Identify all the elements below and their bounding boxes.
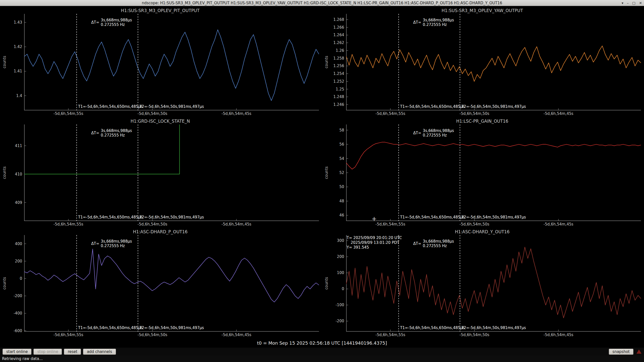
plot-area[interactable]: ΔT=3s,668ms,988µs0.272555 HzT1=-5d,6h,54… [346,235,641,332]
x-tick-label: -5d,6h,54m,50s [138,222,167,227]
x-tick-label: -5d,6h,54m,50s [138,333,167,337]
x-tick-label: -5d,6h,54m,55s [376,333,405,337]
plot-canvas[interactable] [24,14,319,110]
x-axis-ticks: -5d,6h,54m,55s-5d,6h,54m,50s-5d,6h,54m,4… [24,332,319,338]
x-axis-ticks: -5d,6h,54m,55s-5d,6h,54m,50s-5d,6h,54m,4… [346,221,641,228]
plot-title: H1:GRD-ISC_LOCK_STATE_N [2,118,319,124]
y-tick-label: 410 [15,172,22,176]
window-close-icon[interactable]: ✕ [639,0,642,6]
x-tick-label: -5d,6h,54m,55s [54,222,83,227]
plot-area[interactable]: ΔT=3s,668ms,988µs0.272555 HzT1=-5d,6h,54… [346,124,641,221]
y-axis-ticks: 3002001000-100-200 [330,235,346,332]
plot-title: H1:ASC-DHARD_Y_OUT16 [324,229,641,235]
y-tick-label: 48 [339,199,344,203]
plot-area[interactable]: ΔT=3s,668ms,988µs0.272555 HzT1=-5d,6h,54… [346,14,641,110]
plot-panel-pr-gain[interactable]: H1:LSC-PR_GAIN_OUT16 counts 464850525456… [322,117,644,228]
plot-canvas[interactable] [24,235,319,332]
y-tick-label: -200 [14,294,22,298]
y-axis-label: counts [324,124,330,221]
y-axis-label: counts [324,235,330,332]
plot-canvas[interactable] [24,124,319,221]
window-title: ndscope: H1:SUS-SR3_M3_OPLEV_PIT_OUTPUT … [0,0,644,6]
y-tick-label: 200 [15,259,22,263]
trace-line [24,249,319,302]
trace-line [346,142,641,169]
stop-online-button[interactable]: stop online [33,349,62,355]
start-online-button[interactable]: start online [3,349,31,355]
plot-panel-oplev-pit[interactable]: H1:SUS-SR3_M3_OPLEV_PIT_OUTPUT counts 1.… [0,6,322,117]
y-axis-ticks: 46485052545658 [330,124,346,221]
y-tick-label: 1.268 [333,17,344,22]
plot-title: H1:SUS-SR3_M3_OPLEV_YAW_OUTPUT [324,7,641,14]
y-tick-label: 1.254 [333,71,344,76]
y-axis-ticks: 409410411 [8,124,24,221]
reset-button[interactable]: reset [64,349,81,355]
plot-panel-oplev-yaw[interactable]: H1:SUS-SR3_M3_OPLEV_YAW_OUTPUT counts 1.… [322,6,644,117]
plot-title: H1:LSC-PR_GAIN_OUT16 [324,118,641,124]
y-tick-label: 1.248 [333,95,344,99]
plot-canvas[interactable] [346,124,641,221]
y-axis-label: counts [2,124,8,221]
y-axis-label: counts [2,235,8,332]
x-tick-label: -5d,6h,54m,55s [376,222,405,227]
y-tick-label: -100 [336,303,344,307]
x-tick-label: -5d,6h,54m,50s [460,111,489,116]
x-tick-label: -5d,6h,54m,45s [544,222,573,227]
y-tick-label: 1.252 [333,79,344,84]
plot-area[interactable]: ΔT=3s,668ms,988µs0.272555 HzT1=-5d,6h,54… [24,235,319,332]
y-tick-label: 200 [337,254,344,259]
plot-canvas[interactable] [346,235,641,332]
x-tick-label: -5d,6h,54m,50s [138,111,167,116]
x-axis-ticks: -5d,6h,54m,55s-5d,6h,54m,50s-5d,6h,54m,4… [346,332,641,338]
y-tick-label: -200 [336,319,344,323]
y-tick-label: 411 [15,144,22,148]
y-axis-label: counts [2,14,8,110]
x-tick-label: -5d,6h,54m,45s [222,111,251,116]
plot-canvas[interactable] [346,14,641,110]
y-tick-label: 0 [342,287,344,291]
y-tick-label: 1.266 [333,25,344,30]
y-tick-label: 300 [337,238,344,243]
trace-line [24,30,319,101]
x-axis-ticks: -5d,6h,54m,55s-5d,6h,54m,50s-5d,6h,54m,4… [346,110,641,117]
plot-area[interactable]: ΔT=3s,668ms,988µs0.272555 HzT1=-5d,6h,54… [24,124,319,221]
window-shade-icon[interactable]: ▾ [622,0,623,6]
y-tick-label: 52 [339,170,344,175]
x-tick-label: -5d,6h,54m,55s [54,333,83,337]
plot-panel-lock-state[interactable]: H1:GRD-ISC_LOCK_STATE_N counts 409410411… [0,117,322,228]
y-tick-label: 1.258 [333,56,344,61]
add-channels-button[interactable]: add channels [83,349,116,355]
trace-line [346,247,641,318]
y-tick-label: 54 [339,156,344,161]
x-tick-label: -5d,6h,54m,50s [460,333,489,337]
y-tick-label: 0 [20,276,22,281]
y-tick-label: 1.264 [333,33,344,37]
x-axis-ticks: -5d,6h,54m,55s-5d,6h,54m,50s-5d,6h,54m,4… [24,110,319,117]
status-bar: Retrieving raw data... [0,355,644,362]
t0-timestamp: t0 = Mon Sep 15 2025 02:56:18 UTC [14419… [0,339,644,348]
y-tick-label: 46 [339,213,344,217]
window-maximize-icon[interactable]: ▢ [632,0,635,6]
x-tick-label: -5d,6h,54m,55s [376,111,405,116]
y-tick-label: 50 [339,185,344,189]
plot-panel-dhard-y[interactable]: H1:ASC-DHARD_Y_OUT16 counts 3002001000-1… [322,228,644,338]
y-tick-label: 409 [15,200,22,205]
window-minimize-icon[interactable]: – [627,0,629,6]
y-tick-label: 1.256 [333,64,344,68]
x-tick-label: -5d,6h,54m,45s [222,333,251,337]
y-tick-label: 1.246 [333,102,344,107]
trace-line [24,124,319,174]
snapshot-button[interactable]: snapshot [609,349,633,355]
y-axis-ticks: 1.41.411.421.43 [8,14,24,110]
y-axis-ticks: 1.2461.2481.251.2521.2541.2561.2581.261.… [330,14,346,110]
y-tick-label: 1.43 [14,20,22,25]
y-tick-label: 400 [15,242,22,246]
y-tick-label: 1.4 [16,94,22,98]
y-tick-label: 1.26 [336,48,344,53]
x-tick-label: -5d,6h,54m,50s [460,222,489,227]
plot-area[interactable]: ΔT=3s,668ms,988µs0.272555 HzT1=-5d,6h,54… [24,14,319,110]
y-tick-label: -400 [14,311,22,315]
window-titlebar[interactable]: ndscope: H1:SUS-SR3_M3_OPLEV_PIT_OUTPUT … [0,0,644,6]
plot-panel-dhard-p[interactable]: H1:ASC-DHARD_P_OUT16 counts 4002000-200-… [0,228,322,338]
y-tick-label: 56 [339,142,344,147]
